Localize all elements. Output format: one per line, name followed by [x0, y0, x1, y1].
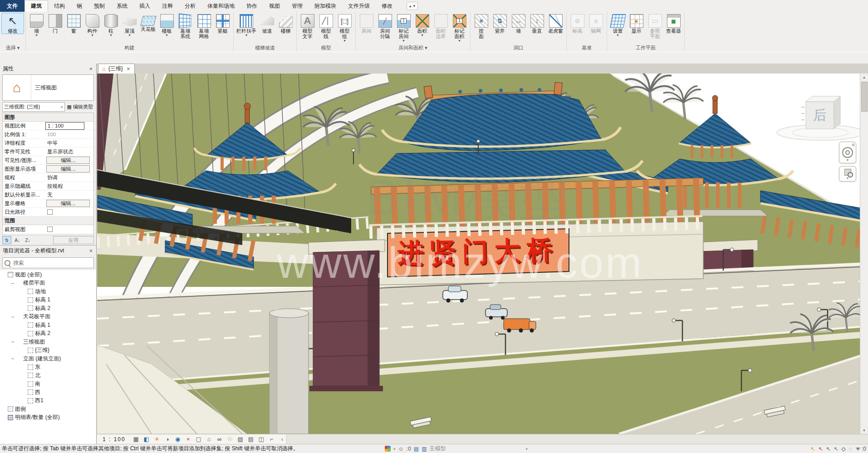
close-icon[interactable]: ⊗ — [851, 143, 855, 147]
tree-item[interactable]: 标高 2 — [0, 330, 96, 338]
ribbon-button[interactable]: 楼梯 — [276, 13, 295, 37]
scroll-down-icon[interactable]: ▼ — [860, 427, 868, 434]
ribbon-tab[interactable]: 管理 — [286, 0, 309, 12]
panel-label-select[interactable]: 选择 ▾ — [1, 44, 24, 52]
ribbon-button[interactable]: 栏杆扶手 ▾ — [235, 13, 258, 37]
ribbon-tab[interactable]: 钢 — [71, 0, 88, 12]
type-selector[interactable]: ⌂ 三维视图 — [2, 74, 94, 101]
ribbon-button[interactable]: 1 标记 房间 ▾ — [394, 13, 413, 43]
property-row[interactable]: 详细程度 中等 — [3, 139, 93, 148]
worksets-dialog-icon[interactable]: ▤ — [414, 446, 419, 452]
shadows-icon[interactable]: ◑ — [164, 436, 171, 443]
steering-wheel-widget[interactable]: ⊗ ▾ — [839, 142, 856, 163]
filter-icon[interactable] — [856, 448, 860, 451]
ribbon-tab[interactable]: 预制 — [88, 0, 111, 12]
tree-item[interactable]: 标高 1 — [0, 296, 96, 305]
property-row[interactable]: 图形显示选项 编辑... — [3, 165, 93, 173]
ribbon-button[interactable]: 墙 ▾ — [27, 13, 46, 37]
modify-button[interactable]: ↖ 修改 — [1, 13, 24, 34]
detail-level-icon[interactable]: ▦ — [132, 436, 140, 443]
highlight-displacement-icon[interactable]: ◫ — [258, 436, 265, 443]
ribbon-button[interactable]: 面积 ▾ — [413, 13, 432, 37]
tree-item[interactable]: 东 — [0, 363, 96, 372]
ribbon-button[interactable]: ↔ 墙 — [509, 13, 528, 37]
tree-item[interactable]: {三维} — [0, 346, 96, 355]
ribbon-button[interactable]: A 模型 文字 — [298, 13, 317, 43]
ribbon-button[interactable]: ⊕ 标高 — [568, 13, 587, 37]
browser-search[interactable] — [2, 257, 94, 268]
tree-item[interactable]: 南 — [0, 380, 96, 389]
tree-item[interactable]: − 天花板平面 — [0, 313, 96, 321]
sort-default-button[interactable]: ⇅ — [2, 236, 11, 244]
view-tab-3d[interactable]: ⌂ {三维} × — [98, 64, 135, 74]
ribbon-button[interactable]: 设置 ▾ — [608, 13, 627, 37]
tree-item[interactable]: 场地 — [0, 287, 96, 296]
tree-item[interactable]: 图例 — [0, 405, 96, 414]
tree-item[interactable]: − 三维视图 — [0, 338, 96, 346]
design-options-icon[interactable]: ▥ — [422, 446, 427, 452]
close-icon[interactable]: × — [88, 65, 93, 72]
steering-wheel-icon[interactable] — [842, 147, 853, 158]
selection-box-icon[interactable]: ◌ — [849, 446, 852, 452]
ribbon-tab[interactable]: 文件升级 — [342, 0, 376, 12]
sort-az-button[interactable]: A↓ — [13, 236, 22, 244]
ribbon-tab[interactable]: 系统 — [111, 0, 133, 12]
horizontal-scrollbar-track[interactable] — [286, 434, 868, 444]
ribbon-button[interactable]: 面积 边界 — [432, 13, 450, 43]
file-menu-button[interactable]: 文件 — [0, 0, 25, 12]
view-type-dropdown[interactable]: 三维视图: {三维} ▾ — [2, 102, 65, 112]
ribbon-tab[interactable]: 结构 — [48, 0, 71, 12]
select-pinned-icon[interactable]: ↖ — [834, 446, 839, 452]
ribbon-button[interactable]: [□] 模型 组 ▾ — [335, 13, 354, 43]
tree-item[interactable]: − 立面 (建筑立面) — [0, 355, 96, 363]
ribbon-button[interactable]: ▭ 参照 平面 — [646, 13, 664, 43]
ribbon-tab[interactable]: 附加模块 — [309, 0, 342, 12]
tree-item[interactable]: − 楼层平面 — [0, 279, 96, 288]
select-links-icon[interactable]: ↖ — [810, 446, 815, 452]
ribbon-button[interactable]: ⇅ 竖井 — [490, 13, 509, 37]
close-icon[interactable]: × — [88, 247, 93, 254]
temporary-hide-isolate-icon[interactable]: ∞ — [216, 436, 223, 443]
property-row[interactable]: 显示栅格 编辑... — [3, 199, 93, 208]
ribbon-button[interactable]: ◼ 查看器 — [664, 13, 683, 37]
ribbon-button[interactable]: ╱ 房间 分隔 — [376, 13, 394, 43]
property-row[interactable]: 默认分析显示... 无 — [3, 191, 93, 199]
ribbon-tab[interactable]: 分析 — [179, 0, 201, 12]
search-input[interactable] — [12, 259, 92, 266]
ribbon-button[interactable]: ● 显示 — [627, 13, 646, 37]
ribbon-button[interactable]: 楼板 ▾ — [157, 13, 176, 37]
tree-item[interactable]: 明细表/数量 (全部) — [0, 414, 96, 422]
crop-view-icon[interactable]: × — [185, 436, 192, 443]
zoom-icon[interactable] — [844, 169, 851, 176]
ribbon-button[interactable]: × 按 面 — [472, 13, 490, 43]
scrollbar-thumb[interactable] — [861, 82, 868, 112]
ribbon-tab[interactable]: 注释 — [156, 0, 179, 12]
ribbon-button[interactable]: 柱 ▾ — [102, 13, 120, 37]
render-icon[interactable]: ◉ — [174, 436, 181, 443]
worksharing-icon[interactable] — [385, 446, 391, 452]
edit-type-button[interactable]: ▦ 编辑类型 — [66, 102, 94, 112]
ribbon-button[interactable]: 屋顶 ▾ — [120, 13, 139, 37]
ribbon-button[interactable]: 坡道 — [258, 13, 276, 37]
visual-style-icon[interactable]: ◧ — [143, 436, 150, 443]
ribbon-button[interactable]: 老虎窗 — [546, 13, 565, 37]
property-row[interactable]: 显示隐藏线 按规程 — [3, 182, 93, 191]
tree-expander[interactable]: − — [10, 339, 15, 345]
scroll-up-icon[interactable]: ▲ — [860, 74, 868, 81]
tree-item[interactable]: 北 — [0, 371, 96, 380]
ribbon-button[interactable]: 构件 ▾ — [83, 13, 102, 37]
property-row[interactable]: 可见性/图形... 编辑... — [3, 156, 93, 165]
tree-item[interactable]: 视图 (全部) — [0, 271, 96, 279]
property-row[interactable]: 日光路径 — [3, 208, 93, 217]
ribbon-button[interactable]: ↕ 垂直 — [528, 13, 546, 37]
property-row[interactable]: 图形 — [3, 113, 93, 122]
ribbon-button[interactable]: 窗 — [64, 13, 83, 37]
ribbon-button[interactable]: 竖梃 — [213, 13, 232, 37]
view-cube-face-label[interactable]: 后 — [813, 108, 827, 123]
panel-label-room-area[interactable]: 房间和面积 ▾ — [357, 44, 469, 52]
tree-expander[interactable]: − — [10, 314, 15, 320]
ribbon-button[interactable]: 门 — [46, 13, 64, 37]
close-icon[interactable]: × — [126, 65, 131, 72]
unlocked-3d-view-icon[interactable]: ⌂ — [206, 436, 213, 443]
ribbon-tab[interactable]: 体量和场地 — [201, 0, 240, 12]
